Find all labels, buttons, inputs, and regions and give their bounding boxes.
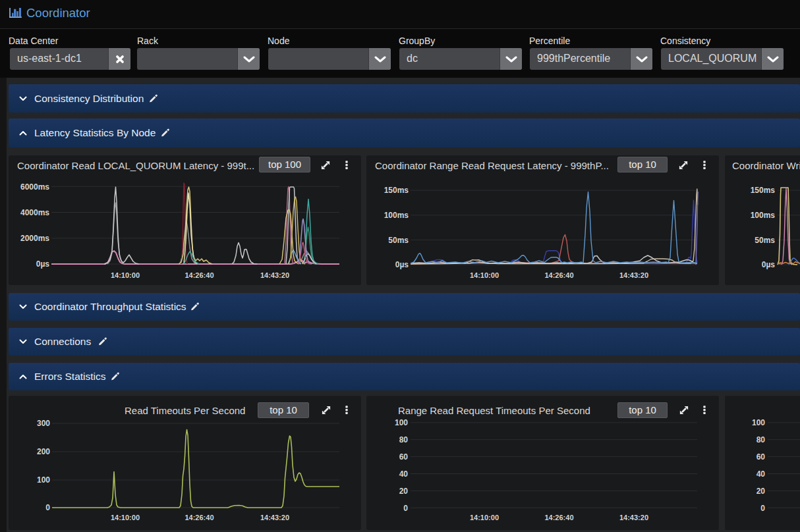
svg-text:100ms: 100ms <box>751 211 776 220</box>
svg-text:200: 200 <box>37 447 50 456</box>
svg-text:100: 100 <box>37 475 50 485</box>
svg-text:14:26:40: 14:26:40 <box>185 514 214 521</box>
svg-text:14:26:40: 14:26:40 <box>544 271 573 279</box>
svg-text:14:10:00: 14:10:00 <box>470 514 499 521</box>
svg-text:150ms: 150ms <box>751 186 776 195</box>
svg-text:60: 60 <box>757 452 766 462</box>
svg-text:80: 80 <box>399 435 409 444</box>
svg-text:14:10:00: 14:10:00 <box>111 271 140 279</box>
svg-text:40: 40 <box>757 469 766 479</box>
svg-text:0: 0 <box>760 504 765 513</box>
svg-text:100: 100 <box>395 418 408 427</box>
svg-text:0: 0 <box>45 503 50 512</box>
svg-text:14:43:20: 14:43:20 <box>260 514 289 521</box>
svg-text:80: 80 <box>757 435 766 444</box>
svg-text:4000ms: 4000ms <box>20 208 49 217</box>
svg-text:14:43:20: 14:43:20 <box>619 514 648 521</box>
svg-text:50ms: 50ms <box>755 236 775 245</box>
svg-text:50ms: 50ms <box>388 236 409 245</box>
svg-text:0µs: 0µs <box>395 260 409 269</box>
svg-text:14:43:20: 14:43:20 <box>260 271 289 279</box>
svg-text:20: 20 <box>757 487 766 496</box>
svg-text:60: 60 <box>399 452 409 462</box>
svg-text:0µs: 0µs <box>762 260 776 269</box>
svg-text:14:10:00: 14:10:00 <box>111 514 140 521</box>
svg-text:100ms: 100ms <box>384 211 409 220</box>
svg-text:14:10:00: 14:10:00 <box>470 271 499 279</box>
svg-text:150ms: 150ms <box>384 186 409 195</box>
svg-text:40: 40 <box>399 469 409 479</box>
svg-text:6000ms: 6000ms <box>20 182 49 192</box>
svg-text:0: 0 <box>403 504 408 513</box>
svg-text:2000ms: 2000ms <box>20 234 49 243</box>
svg-text:300: 300 <box>37 419 50 428</box>
svg-text:14:26:40: 14:26:40 <box>185 271 214 279</box>
svg-text:0µs: 0µs <box>36 259 50 269</box>
svg-text:100: 100 <box>752 418 765 427</box>
svg-text:14:26:40: 14:26:40 <box>544 514 573 521</box>
svg-text:14:43:20: 14:43:20 <box>619 271 648 279</box>
svg-text:20: 20 <box>399 487 409 496</box>
